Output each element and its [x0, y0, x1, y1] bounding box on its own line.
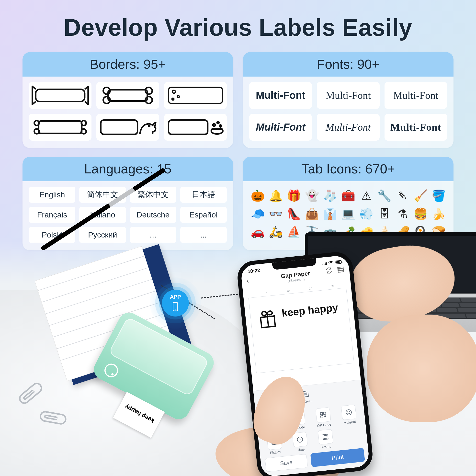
svg-rect-43 — [324, 435, 327, 439]
svg-rect-0 — [108, 90, 147, 101]
font-sample: Multi-Font — [317, 82, 379, 109]
canvas-text: keep happy — [281, 302, 339, 319]
card-languages: Languages: 15 English简体中文繁体中文日本語Français… — [22, 157, 233, 250]
tab-icon: 🪣 — [431, 188, 446, 203]
product-scene: keep happy APP 10:22 — [0, 241, 476, 476]
ruler-mark: 30 — [331, 285, 335, 288]
tab-icon: ⚗ — [395, 206, 410, 221]
svg-point-18 — [217, 121, 219, 123]
svg-point-8 — [172, 98, 174, 100]
language-item: Deutsche — [130, 207, 176, 223]
svg-point-17 — [213, 124, 215, 126]
svg-rect-33 — [323, 412, 326, 415]
language-item: English — [29, 187, 75, 203]
tab-icon: 🧰 — [341, 188, 356, 203]
border-sample-scroll — [29, 114, 91, 141]
tab-icon: 🧢 — [250, 206, 265, 221]
language-item: Français — [29, 207, 75, 223]
menu-icon[interactable] — [337, 265, 345, 273]
font-sample: Multi-Font — [317, 114, 379, 141]
tool-label: QR Code — [317, 422, 331, 427]
svg-rect-42 — [323, 434, 328, 440]
feature-cards: Borders: 95+ — [0, 41, 476, 250]
gift-icon — [256, 308, 279, 330]
svg-rect-32 — [320, 412, 323, 415]
status-icons — [322, 260, 342, 265]
tab-icon: 🍌 — [431, 206, 446, 221]
status-time: 10:22 — [247, 267, 260, 274]
font-sample: Multi-Font — [249, 82, 312, 109]
tab-icon: 🎁 — [287, 188, 302, 203]
save-button[interactable]: Save — [265, 454, 308, 472]
language-item: ... — [180, 227, 227, 243]
border-sample-bone — [96, 82, 159, 109]
card-borders: Borders: 95+ — [22, 52, 233, 148]
ruler-mark: 10 — [287, 289, 289, 292]
language-item: Русский — [79, 227, 126, 243]
tool-label: Picture — [270, 450, 281, 455]
svg-rect-25 — [338, 267, 343, 269]
app-badge-label: APP — [170, 294, 181, 300]
card-fonts-title: Fonts: 90+ — [243, 52, 454, 77]
tab-icon: 💻 — [341, 206, 356, 221]
border-sample-bubbles — [164, 82, 227, 109]
svg-point-21 — [111, 373, 114, 376]
tab-icon: 👜 — [305, 206, 320, 221]
ruler-mark: 0 — [265, 291, 267, 295]
border-sample-candy — [29, 82, 91, 109]
svg-rect-27 — [338, 271, 344, 272]
print-button[interactable]: Print — [310, 448, 365, 467]
battery-icon — [335, 260, 342, 264]
language-item: Español — [180, 207, 227, 223]
svg-rect-26 — [338, 269, 343, 271]
phone-icon — [170, 301, 181, 312]
tab-icon: 💨 — [358, 206, 374, 221]
card-borders-title: Borders: 95+ — [22, 52, 233, 77]
language-item: 日本語 — [180, 187, 227, 203]
label-canvas[interactable]: keep happy — [249, 288, 354, 373]
wifi-icon — [328, 261, 333, 265]
language-item: ... — [130, 227, 176, 243]
font-sample: Multi-Font — [385, 82, 447, 109]
ruler-mark: 40 — [354, 282, 357, 285]
tool-frame[interactable]: Frame — [314, 429, 338, 450]
border-sample-dog — [96, 114, 159, 141]
tab-icon: 🎃 — [250, 188, 265, 203]
tool-material[interactable]: Material — [337, 404, 361, 425]
svg-point-12 — [81, 120, 86, 125]
tab-icon: 🔧 — [377, 188, 392, 203]
tab-icon: 🔔 — [268, 188, 284, 203]
svg-point-36 — [346, 409, 352, 415]
tab-icon: 🧹 — [413, 188, 428, 203]
font-sample: Multi-Font — [249, 114, 312, 141]
tab-icon: 🧦 — [323, 188, 338, 203]
svg-point-37 — [347, 412, 348, 412]
tab-icon: 🗄 — [377, 206, 392, 221]
svg-rect-14 — [101, 120, 137, 134]
svg-rect-16 — [169, 120, 208, 134]
border-sample-bath — [164, 114, 227, 141]
card-languages-title: Languages: 15 — [22, 157, 233, 181]
svg-point-13 — [81, 129, 86, 134]
svg-point-24 — [175, 310, 176, 311]
svg-point-6 — [172, 90, 175, 93]
phone: 10:22 ‹ Gap Paper (15x40mm) — [219, 249, 393, 476]
rotate-icon[interactable] — [325, 266, 333, 274]
tab-icon: ⚠ — [358, 188, 374, 203]
svg-point-38 — [349, 411, 350, 412]
app-badge: APP — [150, 277, 201, 329]
tab-icon: 🚗 — [250, 224, 265, 239]
tab-icon: 🛵 — [268, 224, 284, 239]
page-title: Develop Various Labels Easily — [0, 0, 476, 41]
tab-icon: 👔 — [323, 206, 338, 221]
tool-label: Frame — [322, 444, 332, 449]
svg-point-7 — [177, 96, 179, 98]
tab-icon: 🍔 — [413, 206, 428, 221]
card-tabicons-title: Tab Icons: 670+ — [243, 157, 454, 181]
svg-rect-34 — [321, 416, 323, 418]
tab-icon: 👓 — [268, 206, 284, 221]
tool-qrcode[interactable]: QR Code — [311, 407, 336, 428]
font-sample: Multi-Font — [385, 114, 447, 141]
tab-icon: 👠 — [287, 206, 302, 221]
svg-rect-35 — [324, 416, 325, 417]
